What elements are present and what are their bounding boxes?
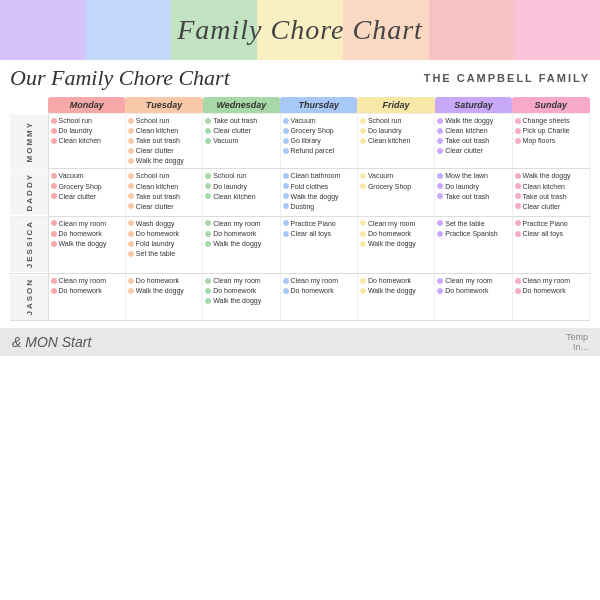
- chore-cell-daddy-wednesday: School runDo laundryClean kitchen: [203, 169, 280, 216]
- chore-dot: [360, 241, 366, 247]
- chore-text: Do laundry: [213, 182, 247, 191]
- chore-text: Do laundry: [59, 126, 93, 135]
- chore-cell-jessica-friday: Clean my roomDo homeworkWalk the doggy: [357, 216, 434, 273]
- chore-text: Vacuum: [291, 116, 316, 125]
- chore-dot: [437, 288, 443, 294]
- chore-text: Clean my room: [59, 276, 106, 285]
- chore-dot: [283, 183, 289, 189]
- chore-item: Clean my room: [360, 219, 432, 228]
- chore-item: Vacuum: [283, 116, 355, 125]
- chore-cell-jason-wednesday: Clean my roomDo homeworkWalk the doggy: [203, 274, 280, 321]
- chore-text: Mow the lawn: [445, 171, 488, 180]
- chore-dot: [437, 193, 443, 199]
- info-label: In...: [573, 342, 588, 352]
- chore-text: Walk the doggy: [445, 116, 493, 125]
- chore-item: Set the table: [128, 249, 200, 258]
- chore-item: Clean kitchen: [51, 136, 123, 145]
- chore-dot: [51, 138, 57, 144]
- chore-item: School run: [205, 171, 277, 180]
- chore-text: Take out trash: [523, 192, 567, 201]
- chore-item: Walk the doggy: [360, 239, 432, 248]
- chore-cell-mommy-wednesday: Take out trashClear clutterVacuum: [203, 114, 280, 169]
- chore-text: Clean kitchen: [136, 182, 178, 191]
- chore-item: School run: [51, 116, 123, 125]
- template-info: Temp In...: [566, 332, 588, 352]
- chore-text: Clean bathroom: [291, 171, 341, 180]
- chore-cell-daddy-thursday: Clean bathroomFold clothesWalk the doggy…: [280, 169, 357, 216]
- chore-dot: [515, 138, 521, 144]
- chore-text: School run: [213, 171, 246, 180]
- person-label-daddy: DADDY: [10, 169, 48, 216]
- chore-text: Clear clutter: [523, 202, 561, 211]
- header-tuesday: Tuesday: [125, 97, 202, 114]
- chore-text: Do homework: [445, 286, 488, 295]
- chore-item: School run: [128, 171, 200, 180]
- chore-cell-jessica-sunday: Practice PianoClear all toys: [512, 216, 589, 273]
- chore-text: Walk the doggy: [136, 156, 184, 165]
- chore-item: Wash doggy: [128, 219, 200, 228]
- chore-text: Vacuum: [213, 136, 238, 145]
- main-content: Our Family Chore Chart THE CAMPBELL FAMI…: [0, 60, 600, 326]
- chore-text: Walk the doggy: [523, 171, 571, 180]
- chore-item: Do laundry: [360, 126, 432, 135]
- chore-dot: [283, 173, 289, 179]
- chore-item: Clean my room: [205, 276, 277, 285]
- chore-text: Wash doggy: [136, 219, 175, 228]
- chore-cell-jessica-thursday: Practice PianoClear all toys: [280, 216, 357, 273]
- chart-subtitle: Our Family Chore Chart: [10, 65, 230, 91]
- chore-item: Do laundry: [437, 182, 509, 191]
- chore-item: School run: [360, 116, 432, 125]
- chore-text: Go library: [291, 136, 321, 145]
- chore-text: Walk the doggy: [291, 192, 339, 201]
- chore-dot: [51, 193, 57, 199]
- chore-text: Take out trash: [445, 192, 489, 201]
- chore-item: Do homework: [128, 276, 200, 285]
- chore-item: Walk the doggy: [515, 171, 587, 180]
- chore-item: Do homework: [360, 229, 432, 238]
- chore-text: Clean my room: [523, 276, 570, 285]
- chore-dot: [437, 128, 443, 134]
- chore-item: Clean kitchen: [515, 182, 587, 191]
- chore-dot: [205, 193, 211, 199]
- chore-text: Do laundry: [445, 182, 479, 191]
- chore-dot: [360, 138, 366, 144]
- chore-dot: [205, 241, 211, 247]
- bottom-bar: & MON Start Temp In...: [0, 328, 600, 356]
- chore-text: Fold clothes: [291, 182, 329, 191]
- chore-dot: [205, 298, 211, 304]
- chart-container: Monday Tuesday Wednesday Thursday Friday…: [10, 97, 590, 321]
- chore-cell-daddy-tuesday: School runClean kitchenTake out trashCle…: [125, 169, 202, 216]
- chore-item: Go library: [283, 136, 355, 145]
- chore-item: Practice Spanish: [437, 229, 509, 238]
- chore-dot: [51, 231, 57, 237]
- chore-text: Do homework: [213, 229, 256, 238]
- chore-dot: [515, 193, 521, 199]
- chore-dot: [128, 173, 134, 179]
- header-monday: Monday: [48, 97, 125, 114]
- chore-dot: [283, 148, 289, 154]
- chore-cell-mommy-sunday: Change sheetsPick up CharlieMop floors: [512, 114, 589, 169]
- chore-cell-mommy-monday: School runDo laundryClean kitchen: [48, 114, 125, 169]
- chore-text: Walk the doggy: [59, 239, 107, 248]
- chore-item: Clean my room: [51, 276, 123, 285]
- chore-dot: [283, 138, 289, 144]
- chore-dot: [128, 183, 134, 189]
- chore-dot: [360, 231, 366, 237]
- chore-text: Do laundry: [368, 126, 402, 135]
- chore-cell-mommy-thursday: VacuumGrocery ShopGo libraryRefund parce…: [280, 114, 357, 169]
- chore-text: School run: [136, 171, 169, 180]
- person-row-mommy: MOMMYSchool runDo laundryClean kitchenSc…: [10, 114, 590, 169]
- chore-item: Walk the doggy: [128, 286, 200, 295]
- chore-text: Practice Piano: [291, 219, 336, 228]
- chore-dot: [51, 183, 57, 189]
- chore-dot: [128, 138, 134, 144]
- chore-dot: [515, 118, 521, 124]
- chore-item: Clean kitchen: [128, 126, 200, 135]
- chore-dot: [205, 220, 211, 226]
- chore-item: Mow the lawn: [437, 171, 509, 180]
- chore-dot: [51, 118, 57, 124]
- chore-dot: [205, 231, 211, 237]
- chore-dot: [437, 118, 443, 124]
- chore-item: Clean kitchen: [437, 126, 509, 135]
- chore-dot: [128, 241, 134, 247]
